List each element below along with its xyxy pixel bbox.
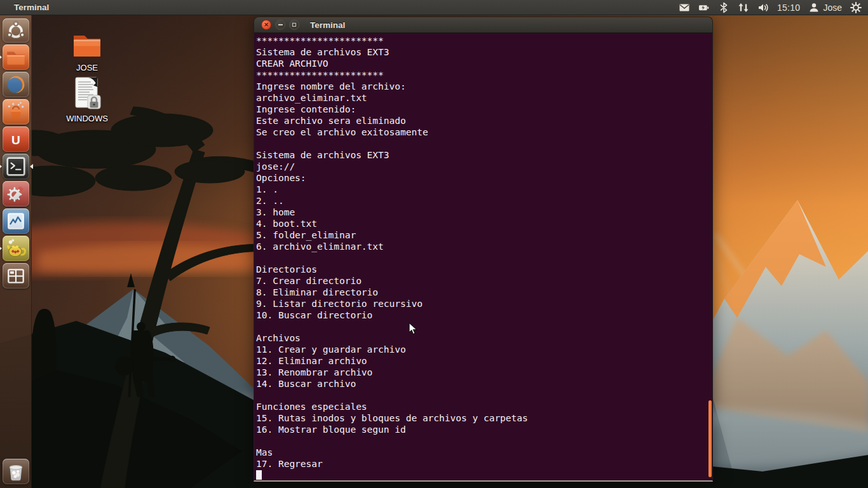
terminal-line: 10. Buscar directorio <box>256 309 712 321</box>
launcher-item-workspace-switcher[interactable] <box>3 263 29 288</box>
terminal-line: Ingrese nombre del archivo: <box>256 81 712 92</box>
minimize-button[interactable] <box>275 20 285 30</box>
bluetooth-icon[interactable] <box>718 2 729 13</box>
files-folder-icon <box>4 46 27 68</box>
folder-icon <box>71 32 103 59</box>
user-icon <box>808 2 820 13</box>
desktop-icon-jose-folder[interactable]: JOSE <box>63 32 111 72</box>
terminal-line: 2. .. <box>256 195 712 207</box>
terminal-line: Este archivo sera eliminado <box>256 115 712 126</box>
terminal-window: Terminal ***********************Sistema … <box>254 17 713 480</box>
terminal-line: Ingrese contenido: <box>256 104 712 115</box>
terminal-line: 8. Eliminar directorio <box>256 287 712 298</box>
locked-document-icon <box>72 76 102 110</box>
terminal-line: jose:// <box>256 161 712 172</box>
system-tray: 15:10Jose <box>679 2 868 13</box>
unity-launcher: U <box>0 15 32 488</box>
terminal-line: Se creo el archivo exitosamente <box>256 126 712 138</box>
launcher-item-ubuntu-one[interactable]: U <box>3 126 29 152</box>
terminal-line: CREAR ARCHIVO <box>256 58 712 69</box>
active-app-title: Terminal <box>14 3 49 12</box>
maximize-button[interactable] <box>289 20 299 30</box>
running-indicator-arrow <box>0 164 4 169</box>
volume-icon[interactable] <box>757 2 769 13</box>
session-icon[interactable] <box>850 2 862 13</box>
username: Jose <box>823 3 842 13</box>
terminal-line: Opciones: <box>256 172 712 184</box>
launcher-item-trash[interactable] <box>3 459 29 484</box>
terminal-line: Sistema de archivos EXT3 <box>256 149 712 161</box>
terminal-line: archivo_eliminar.txt <box>256 92 712 104</box>
terminal-line: 7. Crear directorio <box>256 275 712 287</box>
window-title: Terminal <box>310 20 345 30</box>
desktop-icon-label: JOSE <box>63 63 111 72</box>
desktop-screen: Terminal 15:10Jose U JOSE WINDOWS <box>0 0 868 488</box>
launcher-item-system-settings[interactable] <box>3 181 29 207</box>
launcher-item-system-monitor[interactable] <box>3 208 29 234</box>
launcher-item-software-center[interactable] <box>3 99 29 125</box>
terminal-line: 4. boot.txt <box>256 218 712 229</box>
software-center-icon <box>4 101 27 123</box>
terminal-line: 13. Renombrar archivo <box>256 367 712 378</box>
terminal-line: 1. . <box>256 184 712 195</box>
terminal-line: Funciones especiales <box>256 401 712 412</box>
terminal-line: 17. Regresar <box>256 458 712 470</box>
terminal-line: 12. Eliminar archivo <box>256 355 712 367</box>
terminal-line: 9. Listar directorio recursivo <box>256 298 712 309</box>
terminal-line: Archivos <box>256 332 712 344</box>
launcher-item-terminal[interactable] <box>3 154 29 179</box>
network-icon[interactable] <box>738 2 749 13</box>
running-indicator-arrow <box>0 55 4 60</box>
terminal-line: Sistema de archivos EXT3 <box>256 46 712 58</box>
svg-text:U: U <box>11 133 20 147</box>
window-titlebar[interactable]: Terminal <box>254 17 713 33</box>
terminal-line: *********************** <box>256 35 712 46</box>
firefox-icon <box>4 74 27 95</box>
settings-icon <box>4 183 27 205</box>
terminal-line <box>256 390 712 401</box>
terminal-lines: ***********************Sistema de archiv… <box>256 35 712 481</box>
desktop-icon-label: WINDOWS <box>63 114 111 123</box>
terminal-line: 6. archivo_eliminar.txt <box>256 241 712 252</box>
trash-icon <box>4 461 27 482</box>
terminal-cursor-line <box>256 470 712 481</box>
mail-icon[interactable] <box>679 2 690 13</box>
launcher-item-firefox[interactable] <box>3 72 29 97</box>
desktop-icon-windows-file[interactable]: WINDOWS <box>63 76 111 123</box>
focused-indicator-arrow <box>27 164 33 169</box>
terminal-line <box>256 252 712 264</box>
terminal-line: 15. Rutas inodos y bloques de archivos y… <box>256 412 712 424</box>
battery-icon[interactable] <box>698 2 710 13</box>
terminal-line: 14. Buscar archivo <box>256 378 712 390</box>
terminal-line: *********************** <box>256 69 712 81</box>
terminal-icon <box>4 156 27 177</box>
launcher-item-files[interactable] <box>3 44 29 70</box>
launcher-item-dash-home[interactable] <box>3 18 29 43</box>
terminal-output[interactable]: ***********************Sistema de archiv… <box>254 33 713 482</box>
user-menu[interactable]: Jose <box>808 2 842 13</box>
launcher-item-lamp-app[interactable] <box>3 236 29 261</box>
terminal-line: Directorios <box>256 264 712 275</box>
ubuntu-one-icon: U <box>4 128 27 150</box>
terminal-line <box>256 435 712 447</box>
close-button[interactable] <box>261 20 271 30</box>
teapot-icon <box>4 238 27 259</box>
system-monitor-icon <box>4 210 27 232</box>
terminal-line: 3. home <box>256 207 712 218</box>
clock[interactable]: 15:10 <box>777 3 801 13</box>
workspace-grid-icon <box>4 265 27 287</box>
terminal-line: 11. Crear y guardar archivo <box>256 344 712 355</box>
terminal-cursor <box>256 470 262 480</box>
top-panel: Terminal 15:10Jose <box>0 0 868 15</box>
terminal-line: Mas <box>256 447 712 458</box>
running-indicator-arrow <box>0 246 4 251</box>
scrollbar-thumb[interactable] <box>709 400 712 477</box>
terminal-line <box>256 321 712 332</box>
terminal-line: 16. Mostrar bloque segun id <box>256 424 712 435</box>
ubuntu-logo-icon <box>4 20 27 42</box>
terminal-line <box>256 138 712 149</box>
terminal-line: 5. folder_eliminar <box>256 229 712 241</box>
